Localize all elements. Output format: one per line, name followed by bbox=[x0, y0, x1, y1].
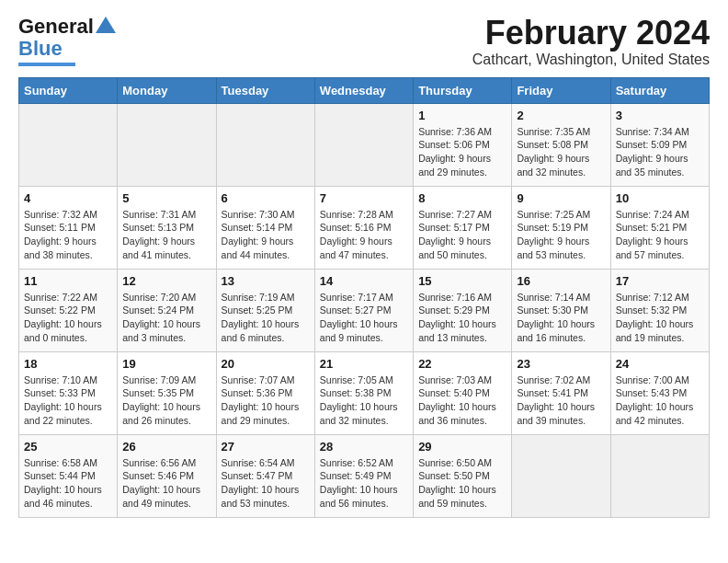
calendar-cell: 21Sunrise: 7:05 AM Sunset: 5:38 PM Dayli… bbox=[314, 351, 413, 434]
calendar-cell bbox=[216, 103, 314, 186]
day-number: 22 bbox=[418, 357, 506, 371]
weekday-header-friday: Friday bbox=[512, 77, 610, 103]
weekday-header-tuesday: Tuesday bbox=[216, 77, 314, 103]
day-number: 21 bbox=[320, 357, 408, 371]
day-number: 29 bbox=[418, 440, 506, 454]
calendar-cell: 9Sunrise: 7:25 AM Sunset: 5:19 PM Daylig… bbox=[512, 186, 610, 269]
logo-bar bbox=[18, 63, 75, 66]
day-number: 23 bbox=[517, 357, 605, 371]
calendar-cell: 28Sunrise: 6:52 AM Sunset: 5:49 PM Dayli… bbox=[314, 434, 413, 517]
calendar-cell bbox=[512, 434, 610, 517]
calendar-cell: 7Sunrise: 7:28 AM Sunset: 5:16 PM Daylig… bbox=[314, 186, 413, 269]
day-info: Sunrise: 7:36 AM Sunset: 5:06 PM Dayligh… bbox=[418, 125, 506, 179]
day-number: 14 bbox=[320, 274, 408, 288]
day-number: 7 bbox=[320, 191, 408, 205]
day-info: Sunrise: 7:28 AM Sunset: 5:16 PM Dayligh… bbox=[320, 208, 408, 262]
day-info: Sunrise: 7:22 AM Sunset: 5:22 PM Dayligh… bbox=[24, 291, 112, 345]
calendar-cell: 26Sunrise: 6:56 AM Sunset: 5:46 PM Dayli… bbox=[118, 434, 216, 517]
calendar-cell: 18Sunrise: 7:10 AM Sunset: 5:33 PM Dayli… bbox=[19, 351, 118, 434]
logo: General Blue bbox=[18, 15, 116, 66]
day-number: 12 bbox=[122, 274, 210, 288]
calendar-cell: 25Sunrise: 6:58 AM Sunset: 5:44 PM Dayli… bbox=[19, 434, 118, 517]
day-info: Sunrise: 7:09 AM Sunset: 5:35 PM Dayligh… bbox=[122, 373, 210, 428]
day-info: Sunrise: 7:34 AM Sunset: 5:09 PM Dayligh… bbox=[616, 125, 704, 179]
calendar-week-3: 11Sunrise: 7:22 AM Sunset: 5:22 PM Dayli… bbox=[19, 269, 710, 351]
weekday-header-row: SundayMondayTuesdayWednesdayThursdayFrid… bbox=[19, 77, 710, 103]
day-info: Sunrise: 7:20 AM Sunset: 5:24 PM Dayligh… bbox=[122, 291, 210, 345]
day-number: 11 bbox=[24, 274, 112, 288]
day-number: 25 bbox=[24, 440, 112, 454]
day-number: 13 bbox=[222, 274, 310, 288]
day-info: Sunrise: 7:24 AM Sunset: 5:21 PM Dayligh… bbox=[616, 208, 704, 262]
day-number: 6 bbox=[222, 191, 310, 205]
day-info: Sunrise: 6:54 AM Sunset: 5:47 PM Dayligh… bbox=[222, 456, 310, 511]
calendar-cell: 17Sunrise: 7:12 AM Sunset: 5:32 PM Dayli… bbox=[610, 269, 709, 351]
day-number: 19 bbox=[122, 357, 210, 371]
calendar-cell: 11Sunrise: 7:22 AM Sunset: 5:22 PM Dayli… bbox=[19, 269, 118, 351]
calendar-cell: 6Sunrise: 7:30 AM Sunset: 5:14 PM Daylig… bbox=[216, 186, 314, 269]
calendar-week-5: 25Sunrise: 6:58 AM Sunset: 5:44 PM Dayli… bbox=[19, 434, 710, 517]
day-number: 28 bbox=[320, 440, 408, 454]
weekday-header-saturday: Saturday bbox=[610, 77, 709, 103]
day-info: Sunrise: 7:12 AM Sunset: 5:32 PM Dayligh… bbox=[616, 291, 704, 345]
calendar-cell: 29Sunrise: 6:50 AM Sunset: 5:50 PM Dayli… bbox=[414, 434, 512, 517]
day-number: 17 bbox=[616, 274, 704, 288]
weekday-header-sunday: Sunday bbox=[19, 77, 118, 103]
day-info: Sunrise: 7:02 AM Sunset: 5:41 PM Dayligh… bbox=[517, 373, 605, 428]
calendar-cell: 1Sunrise: 7:36 AM Sunset: 5:06 PM Daylig… bbox=[414, 103, 512, 186]
day-info: Sunrise: 6:50 AM Sunset: 5:50 PM Dayligh… bbox=[418, 456, 506, 511]
day-number: 2 bbox=[517, 109, 605, 122]
day-info: Sunrise: 6:52 AM Sunset: 5:49 PM Dayligh… bbox=[320, 456, 408, 511]
day-number: 5 bbox=[122, 191, 210, 205]
logo-text: General bbox=[18, 17, 94, 37]
calendar-table: SundayMondayTuesdayWednesdayThursdayFrid… bbox=[18, 77, 710, 518]
location-title: Cathcart, Washington, United States bbox=[472, 52, 710, 68]
calendar-cell: 10Sunrise: 7:24 AM Sunset: 5:21 PM Dayli… bbox=[610, 186, 709, 269]
day-info: Sunrise: 7:16 AM Sunset: 5:29 PM Dayligh… bbox=[418, 291, 506, 345]
day-info: Sunrise: 7:25 AM Sunset: 5:19 PM Dayligh… bbox=[517, 208, 605, 262]
calendar-week-2: 4Sunrise: 7:32 AM Sunset: 5:11 PM Daylig… bbox=[19, 186, 710, 269]
day-number: 10 bbox=[616, 191, 704, 205]
calendar-cell: 4Sunrise: 7:32 AM Sunset: 5:11 PM Daylig… bbox=[19, 186, 118, 269]
day-info: Sunrise: 7:27 AM Sunset: 5:17 PM Dayligh… bbox=[418, 208, 506, 262]
calendar-cell: 24Sunrise: 7:00 AM Sunset: 5:43 PM Dayli… bbox=[610, 351, 709, 434]
calendar-cell bbox=[118, 103, 216, 186]
day-number: 18 bbox=[24, 357, 112, 371]
day-number: 24 bbox=[616, 357, 704, 371]
month-title: February 2024 bbox=[472, 15, 710, 52]
day-info: Sunrise: 7:32 AM Sunset: 5:11 PM Dayligh… bbox=[24, 208, 112, 262]
day-number: 20 bbox=[222, 357, 310, 371]
calendar-cell: 19Sunrise: 7:09 AM Sunset: 5:35 PM Dayli… bbox=[118, 351, 216, 434]
day-info: Sunrise: 6:58 AM Sunset: 5:44 PM Dayligh… bbox=[24, 456, 112, 511]
day-info: Sunrise: 6:56 AM Sunset: 5:46 PM Dayligh… bbox=[122, 456, 210, 511]
weekday-header-monday: Monday bbox=[118, 77, 216, 103]
day-number: 4 bbox=[24, 191, 112, 205]
calendar-cell: 5Sunrise: 7:31 AM Sunset: 5:13 PM Daylig… bbox=[118, 186, 216, 269]
day-number: 27 bbox=[222, 440, 310, 454]
day-info: Sunrise: 7:14 AM Sunset: 5:30 PM Dayligh… bbox=[517, 291, 605, 345]
day-number: 16 bbox=[517, 274, 605, 288]
day-info: Sunrise: 7:10 AM Sunset: 5:33 PM Dayligh… bbox=[24, 373, 112, 428]
calendar-cell: 3Sunrise: 7:34 AM Sunset: 5:09 PM Daylig… bbox=[610, 103, 709, 186]
calendar-cell bbox=[19, 103, 118, 186]
logo-icon bbox=[96, 15, 116, 35]
calendar-cell: 27Sunrise: 6:54 AM Sunset: 5:47 PM Dayli… bbox=[216, 434, 314, 517]
day-info: Sunrise: 7:05 AM Sunset: 5:38 PM Dayligh… bbox=[320, 373, 408, 428]
calendar-cell: 20Sunrise: 7:07 AM Sunset: 5:36 PM Dayli… bbox=[216, 351, 314, 434]
day-number: 1 bbox=[418, 109, 506, 122]
calendar-cell: 15Sunrise: 7:16 AM Sunset: 5:29 PM Dayli… bbox=[414, 269, 512, 351]
calendar-cell bbox=[610, 434, 709, 517]
weekday-header-thursday: Thursday bbox=[414, 77, 512, 103]
day-info: Sunrise: 7:07 AM Sunset: 5:36 PM Dayligh… bbox=[222, 373, 310, 428]
calendar-cell: 8Sunrise: 7:27 AM Sunset: 5:17 PM Daylig… bbox=[414, 186, 512, 269]
calendar-cell: 12Sunrise: 7:20 AM Sunset: 5:24 PM Dayli… bbox=[118, 269, 216, 351]
weekday-header-wednesday: Wednesday bbox=[314, 77, 413, 103]
calendar-cell: 23Sunrise: 7:02 AM Sunset: 5:41 PM Dayli… bbox=[512, 351, 610, 434]
day-number: 3 bbox=[616, 109, 704, 122]
day-number: 9 bbox=[517, 191, 605, 205]
calendar-cell: 2Sunrise: 7:35 AM Sunset: 5:08 PM Daylig… bbox=[512, 103, 610, 186]
calendar-cell: 16Sunrise: 7:14 AM Sunset: 5:30 PM Dayli… bbox=[512, 269, 610, 351]
title-block: February 2024 Cathcart, Washington, Unit… bbox=[472, 15, 710, 68]
calendar-week-1: 1Sunrise: 7:36 AM Sunset: 5:06 PM Daylig… bbox=[19, 103, 710, 186]
svg-marker-0 bbox=[96, 17, 116, 33]
